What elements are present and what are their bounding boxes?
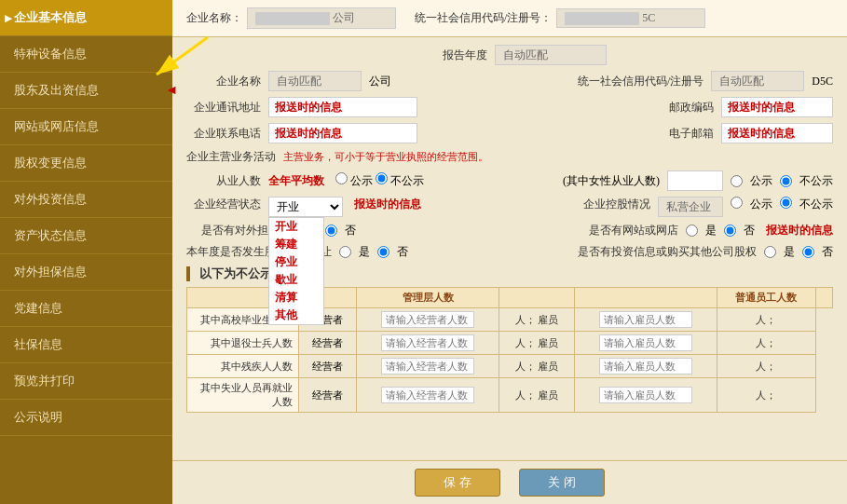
staff-count-input-cell: [574, 355, 717, 378]
mgr-unit: 人； 雇员: [499, 332, 574, 355]
main-content: 企业名称： 公司 统一社会信用代码/注册号： 5C 报告年度: [172, 0, 847, 504]
sidebar-item-website[interactable]: 网站或网店信息: [0, 109, 172, 145]
table-row: 其中退役士兵人数 经营者 人； 雇员 人；: [187, 332, 833, 355]
mgr-count-input[interactable]: [381, 311, 474, 328]
guarantee-no-radio[interactable]: [325, 225, 337, 237]
sidebar-item-guarantee[interactable]: 对外担保信息: [0, 254, 172, 291]
sidebar-item-equity-change[interactable]: 股权变更信息: [0, 145, 172, 182]
address-row: 企业通讯地址 邮政编码: [186, 97, 833, 117]
mgr-count-input-cell: [357, 332, 499, 355]
staff-unit: 人；: [717, 308, 816, 332]
mgr-unit: 人； 雇员: [499, 308, 574, 332]
report-year-row: 报告年度 自动匹配: [186, 45, 833, 65]
female-label: (其中女性从业人数): [563, 173, 660, 189]
sidebar-item-social-security[interactable]: 社保信息: [0, 327, 172, 363]
email-input[interactable]: [721, 123, 833, 143]
sidebar-item-party[interactable]: 党建信息: [0, 291, 172, 327]
staff-count-input[interactable]: [599, 358, 692, 375]
ownership-not-public-radio[interactable]: [780, 197, 792, 209]
postcode-input[interactable]: [721, 97, 833, 117]
form-content: 报告年度 自动匹配 企业名称 自动匹配 公司 统一社会信用代码/注册号 自动匹配: [172, 37, 847, 460]
stock-yes-radio[interactable]: [339, 246, 351, 258]
ownership-value: 私营企业: [658, 197, 723, 217]
mgr-count-input-cell: [357, 308, 499, 332]
sidebar-item-investment[interactable]: 对外投资信息: [0, 182, 172, 218]
company-name-row: 企业名称 自动匹配 公司 统一社会信用代码/注册号 自动匹配 D5C: [186, 71, 833, 91]
staff-count-input[interactable]: [599, 334, 692, 351]
company-name-label: 企业名称：: [186, 10, 242, 26]
phone-input[interactable]: [268, 123, 417, 143]
female-count-input[interactable]: [667, 170, 723, 191]
mgr-count-input[interactable]: [381, 334, 474, 351]
credit-code-form-suffix: D5C: [812, 75, 833, 89]
row-label: 其中退役士兵人数: [187, 332, 299, 355]
mgr-count-input[interactable]: [381, 387, 474, 403]
mgr-count-input-cell: [357, 355, 499, 378]
staff-count-input-cell: [574, 332, 717, 355]
company-name-suffix: 公司: [369, 74, 391, 89]
biz-status-select[interactable]: 开业 筹建 停业 歇业 清算 其他: [268, 197, 343, 217]
sidebar-item-label: 社保信息: [14, 337, 62, 351]
invest-label: 是否有投资信息或购买其他公司股权: [578, 244, 757, 260]
company-name-auto: 自动匹配: [268, 71, 362, 91]
table-row: 其中失业人员再就业人数 经营者 人； 雇员 人；: [187, 378, 833, 413]
company-name-blur: [255, 12, 330, 25]
female-public-radio[interactable]: [731, 175, 743, 187]
credit-code-auto: 自动匹配: [711, 71, 804, 91]
header-bar: 企业名称： 公司 统一社会信用代码/注册号： 5C: [172, 0, 847, 37]
biz-status-hint: 报送时的信息: [354, 197, 421, 212]
credit-suffix: 5C: [642, 11, 655, 24]
section-bar-icon: [186, 266, 190, 281]
sidebar-item-preview[interactable]: 预览并打印: [0, 363, 172, 400]
employee-public-radio[interactable]: [335, 172, 348, 184]
col-mgr-count: 管理层人数: [357, 288, 499, 308]
sidebar-item-label: 企业基本信息: [14, 10, 87, 24]
staff-count-input[interactable]: [599, 311, 692, 328]
public-radio-group: 公示 不公示: [335, 172, 424, 189]
sidebar-item-label: 股东及出资信息: [14, 83, 99, 97]
mgr-count-input[interactable]: [381, 358, 474, 375]
sidebar-item-label: 资产状态信息: [14, 228, 87, 242]
address-input[interactable]: [268, 97, 417, 117]
website-no-radio[interactable]: [724, 225, 736, 237]
mgr-role-cell: 经营者: [299, 378, 357, 413]
save-button[interactable]: 保 存: [415, 469, 500, 497]
ownership-public-radio[interactable]: [731, 197, 743, 209]
credit-code-label: 统一社会信用代码/注册号：: [415, 10, 552, 26]
stock-no-radio[interactable]: [377, 246, 389, 258]
close-button[interactable]: 关 闭: [519, 469, 605, 497]
female-not-public-radio[interactable]: [780, 175, 792, 187]
sidebar-item-public-note[interactable]: 公示说明: [0, 400, 172, 436]
staff-count-input-cell: [574, 378, 717, 413]
business-hint: 主营业务，可小于等于营业执照的经营范围。: [283, 150, 488, 164]
website-yes-radio[interactable]: [686, 225, 698, 237]
table-row: 其中残疾人人数 经营者 人； 雇员 人；: [187, 355, 833, 378]
report-year-value: 自动匹配: [495, 45, 607, 65]
phone-row: 企业联系电话 电子邮箱: [186, 123, 833, 143]
staff-count-input[interactable]: [599, 387, 692, 403]
footer-buttons: 保 存 关 闭: [172, 460, 847, 504]
sidebar-item-label: 党建信息: [14, 301, 62, 315]
business-label: 企业主营业务活动: [186, 149, 276, 165]
sidebar-item-assets[interactable]: 资产状态信息: [0, 218, 172, 254]
credit-code-form-label: 统一社会信用代码/注册号: [573, 74, 704, 89]
report-year-label: 报告年度: [413, 48, 487, 63]
mgr-unit: 人； 雇员: [499, 378, 574, 413]
mgr-role-cell: 经营者: [299, 332, 357, 355]
postcode-label: 邮政编码: [658, 100, 714, 116]
col-staff-count: 普通员工人数: [717, 288, 816, 308]
company-suffix: 公司: [333, 11, 355, 24]
header-credit-input: 5C: [556, 8, 705, 28]
sidebar-item-special-equipment[interactable]: 特种设备信息: [0, 36, 172, 73]
sidebar-item-label: 对外担保信息: [14, 265, 87, 279]
staff-unit: 人；: [717, 332, 816, 355]
employee-not-public-radio[interactable]: [376, 172, 388, 184]
address-label: 企业通讯地址: [186, 100, 261, 116]
sidebar: 企业基本信息 特种设备信息 股东及出资信息 ◄ 网站或网店信息 股权变更信息 对…: [0, 0, 172, 504]
invest-yes-radio[interactable]: [764, 246, 776, 258]
sidebar-item-basic-info[interactable]: 企业基本信息: [0, 0, 172, 36]
sidebar-item-shareholders[interactable]: 股东及出资信息 ◄: [0, 73, 172, 109]
invest-no-radio[interactable]: [802, 246, 814, 258]
credit-blur: [565, 12, 639, 25]
sidebar-item-label: 股权变更信息: [14, 156, 87, 170]
